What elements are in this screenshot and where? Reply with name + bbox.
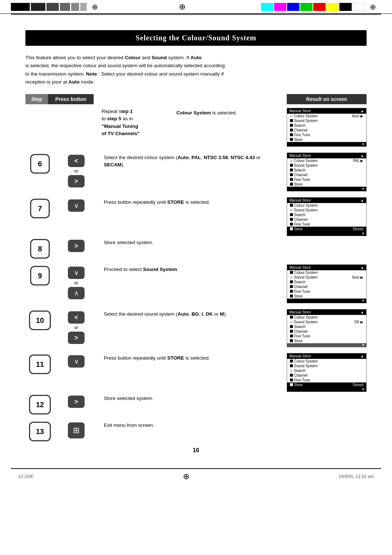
screen1-bottom: ▼ bbox=[287, 142, 366, 146]
repeat-step-row: Repeat step 1to step 5 as in"Manual Tuni… bbox=[25, 108, 367, 147]
screen1-row-sound: Sound System bbox=[287, 118, 366, 123]
footer-crosshair: ⊕ bbox=[183, 472, 189, 481]
screen9-finetune: Fine Tune bbox=[287, 289, 366, 294]
row9-btn-col: ∨ or ∧ bbox=[54, 264, 98, 299]
page-title-text: Selecting the Colour/Sound System bbox=[136, 34, 256, 42]
btn-right-10[interactable]: > bbox=[68, 332, 85, 344]
screen11-store: StoreStored bbox=[287, 382, 366, 387]
screen7-colour: Colour System bbox=[287, 203, 366, 208]
row7-btn-col: ∨ bbox=[54, 197, 98, 212]
black-bar-2 bbox=[31, 3, 45, 11]
reg-mark-left: ⊕ bbox=[92, 3, 98, 11]
btn-left-6[interactable]: < bbox=[68, 155, 85, 167]
row8-desc: Store selected system. bbox=[98, 238, 287, 248]
btn-right-8[interactable]: > bbox=[68, 240, 85, 252]
black-bar-1 bbox=[11, 3, 30, 11]
row9-screen-col: Manual Store▲ Colour System ✓ Sound Syst… bbox=[287, 264, 367, 303]
repeat-action-col: Colour System is selected. bbox=[171, 108, 287, 118]
screen1-row-channel: Channel bbox=[287, 128, 366, 133]
screen11-search: ✓ Search bbox=[287, 368, 366, 373]
color-bar-cyan bbox=[261, 3, 273, 11]
step-num-7: 7 bbox=[30, 199, 50, 218]
screen10-store: Store bbox=[287, 339, 366, 343]
or-label-6: or bbox=[74, 169, 78, 174]
screen11-title: Manual Store▲ bbox=[287, 353, 366, 359]
screen6-sound: Sound System bbox=[287, 163, 366, 168]
screen9-title: Manual Store▲ bbox=[287, 265, 366, 270]
btn-down-11[interactable]: ∨ bbox=[68, 355, 85, 368]
row-10: 10 < or > Select the desired sound syste… bbox=[25, 309, 367, 347]
row-11: 11 ∨ Press button repeatedly until STORE… bbox=[25, 353, 367, 392]
result-header: Result on screen bbox=[287, 94, 367, 104]
btn-menu-13[interactable]: ⊞ bbox=[68, 422, 85, 438]
black-bar-4 bbox=[60, 3, 70, 11]
row-12: 12 > Store selected system. bbox=[25, 393, 367, 414]
or-label-10: or bbox=[74, 325, 78, 330]
screen7-finetune: Fine Tune bbox=[287, 222, 366, 227]
screen11-finetune: Fine Tune bbox=[287, 378, 366, 382]
btn-left-10[interactable]: < bbox=[68, 311, 85, 324]
screen7-bottom: ▼ bbox=[287, 231, 366, 236]
color-bar-yellow bbox=[326, 3, 339, 11]
row11-btn-col: ∨ bbox=[54, 353, 98, 368]
row-7: 7 ∨ Press button repeatedly until STORE … bbox=[25, 197, 367, 236]
color-bar-magenta bbox=[274, 3, 286, 11]
step-num-11: 11 bbox=[29, 355, 51, 374]
screen7-search: Search bbox=[287, 212, 366, 217]
row10-stepnum-col: 10 bbox=[25, 309, 54, 330]
screen1-row-search: Search bbox=[287, 123, 366, 128]
step-num-9: 9 bbox=[30, 266, 50, 285]
table-header: Step Press button Result on screen bbox=[25, 94, 367, 104]
btn-right-12[interactable]: > bbox=[68, 396, 85, 408]
footer-left: 12-20/E bbox=[18, 474, 33, 479]
black-bar-3 bbox=[46, 3, 59, 11]
screen6-search: Search bbox=[287, 168, 366, 173]
screen11-bottom: ▼ bbox=[287, 387, 366, 392]
screen6-finetune: Fine Tune bbox=[287, 177, 366, 182]
screen10-sound: ✓ Sound SystemDK ▶ bbox=[287, 320, 366, 324]
btn-down-7[interactable]: ∨ bbox=[68, 199, 85, 212]
screen6-title: Manual Store▲ bbox=[287, 153, 366, 158]
row-8: 8 > Store selected system. bbox=[25, 238, 367, 259]
screen1-row-finetune: Fine Tune bbox=[287, 133, 366, 137]
screen10-bottom: ▼ bbox=[287, 343, 366, 347]
screen9-bottom: ▼ bbox=[287, 299, 366, 303]
center-crosshair: ⊕ bbox=[179, 2, 185, 12]
reg-mark-right: ⊕ bbox=[370, 3, 376, 11]
screen9-search: Search bbox=[287, 280, 366, 284]
repeat-desc-col: Repeat step 1to step 5 as in"Manual Tuni… bbox=[98, 108, 171, 137]
screen9-colour: Colour System bbox=[287, 270, 366, 275]
press-button-header: Press button bbox=[48, 94, 94, 104]
step-num-8: 8 bbox=[30, 239, 50, 259]
screen11-channel: Channel bbox=[287, 373, 366, 378]
screen7-sound: ✓ Sound System bbox=[287, 208, 366, 212]
screen10-finetune: Fine Tune bbox=[287, 334, 366, 339]
btn-right-6[interactable]: > bbox=[68, 175, 85, 187]
row7-stepnum-col: 7 bbox=[25, 197, 54, 218]
screen10-channel: Channel bbox=[287, 329, 366, 334]
step-num-12: 12 bbox=[29, 395, 51, 414]
page-number: 16 bbox=[25, 447, 367, 454]
row7-screen-col: Manual Store▲ Colour System ✓ Sound Syst… bbox=[287, 197, 367, 236]
screen9-sound: ✓ Sound SystemAuto ▶ bbox=[287, 275, 366, 280]
row13-desc: Exit menu from screen. bbox=[98, 420, 287, 430]
row6-screen-col: Manual Store▲ ✓ Colour SystemPAL ▶ Sound… bbox=[287, 153, 367, 191]
black-bar-5 bbox=[71, 3, 79, 11]
screen10-search: Search bbox=[287, 324, 366, 329]
row-6: 6 < or > Select the desired colour syste… bbox=[25, 153, 367, 191]
row13-stepnum-col: 13 bbox=[25, 420, 54, 441]
row12-desc: Store selected system. bbox=[98, 393, 287, 404]
btn-up-9[interactable]: ∧ bbox=[68, 287, 85, 299]
color-bar-white bbox=[352, 3, 365, 11]
color-bar-blue bbox=[287, 3, 299, 11]
row9-stepnum-col: 9 bbox=[25, 264, 54, 285]
screen6-bottom: ▼ bbox=[287, 187, 366, 191]
screen7-title: Manual Store▲ bbox=[287, 198, 366, 203]
screen1-row-colour: ✓ Colour SystemAuto ▶ bbox=[287, 114, 366, 118]
screen7-store: StoreStored bbox=[287, 227, 366, 231]
screen11-colour: Colour System bbox=[287, 359, 366, 364]
btn-down-9[interactable]: ∨ bbox=[68, 267, 85, 279]
row6-stepnum-col: 6 bbox=[25, 153, 54, 174]
intro-paragraph: This feature allows you to select your d… bbox=[25, 54, 367, 86]
row6-desc: Select the desired colour system (Auto, … bbox=[98, 153, 287, 170]
